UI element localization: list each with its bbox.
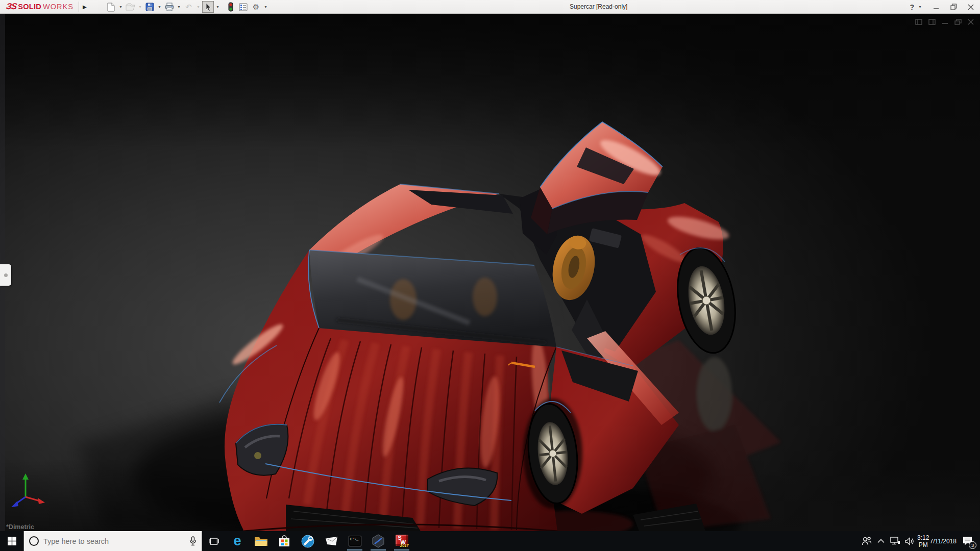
search-input[interactable] [43, 537, 171, 545]
people-button[interactable] [860, 531, 874, 551]
triad-x-axis [38, 498, 45, 504]
window-controls: ? ▾ [910, 0, 975, 14]
wrench-circle-icon [301, 535, 314, 548]
print-dropdown-caret[interactable]: ▾ [176, 5, 182, 9]
new-document-button[interactable] [105, 1, 117, 13]
solidworks-window: ЗS SOLID WORKS ▶ ▾ ▾ [0, 0, 980, 551]
rebuild-stoplight-button[interactable] [225, 1, 236, 13]
store-icon [278, 535, 290, 547]
people-icon [862, 537, 872, 545]
doc-minimize-button[interactable] [942, 19, 948, 25]
options-dropdown-caret[interactable]: ▾ [263, 5, 268, 9]
gear-icon: ⚙ [253, 3, 259, 11]
help-dropdown-caret[interactable]: ▾ [917, 5, 923, 9]
taskbar-app-edge[interactable]: e [226, 531, 249, 551]
chevron-up-icon [877, 539, 885, 543]
taskbar-app-file-explorer[interactable] [249, 531, 273, 551]
undo-dropdown-caret: ▾ [195, 5, 201, 9]
title-bar: ЗS SOLID WORKS ▶ ▾ ▾ [0, 0, 980, 14]
restore-button[interactable] [949, 3, 958, 11]
save-floppy-icon [145, 3, 154, 11]
speaker-icon [905, 537, 915, 545]
triad-z-axis [11, 501, 18, 507]
doc-close-button[interactable] [968, 19, 974, 25]
taskbar-app-terminal[interactable]: C:\_ [343, 531, 366, 551]
options-gear-button[interactable]: ⚙ [250, 1, 262, 13]
display-settings-icon [239, 3, 248, 11]
triad-y-axis [22, 473, 29, 480]
task-view-button[interactable] [202, 531, 226, 551]
close-icon [968, 4, 974, 10]
brand-works: WORKS [43, 3, 74, 11]
clock[interactable]: 3:12 PM 7/11/2018 [917, 531, 957, 551]
document-window-controls [915, 19, 974, 25]
select-button[interactable] [202, 1, 214, 13]
edge-icon: e [233, 534, 241, 548]
car-front-wheel[interactable] [523, 398, 582, 509]
hexagon-app-icon [372, 534, 385, 548]
panel-right-button[interactable] [928, 19, 936, 25]
undo-arrow-icon: ↶ [185, 3, 192, 11]
notification-badge: 3 [969, 541, 976, 549]
system-tray: 3:12 PM 7/11/2018 3 [860, 531, 980, 551]
select-dropdown-caret[interactable]: ▾ [215, 5, 220, 9]
windows-taskbar: e [0, 531, 980, 551]
new-document-icon [107, 3, 115, 12]
tray-overflow-button[interactable] [874, 531, 888, 551]
view-orientation-label: *Dimetric [6, 523, 34, 531]
stoplight-icon [228, 2, 233, 12]
volume-button[interactable] [902, 531, 917, 551]
start-button[interactable] [0, 531, 23, 551]
network-button[interactable] [888, 531, 902, 551]
taskbar-app-hexagon[interactable] [366, 531, 390, 551]
close-button[interactable] [967, 3, 975, 11]
cortana-icon [29, 536, 39, 546]
terminal-icon: C:\_ [349, 536, 361, 546]
brand-solid: SOLID [18, 3, 41, 11]
taskbar-app-solidworks[interactable]: S W 2017 [390, 531, 413, 551]
solidworks-2017-icon: S W 2017 [396, 535, 408, 548]
minimize-button[interactable] [932, 3, 940, 11]
help-button[interactable]: ? [910, 3, 914, 11]
print-button[interactable] [163, 1, 175, 13]
action-center-button[interactable]: 3 [957, 531, 978, 551]
featuremanager-flyout-tab[interactable] [0, 264, 11, 286]
running-indicator [394, 549, 409, 550]
undo-button: ↶ [183, 1, 194, 13]
open-folder-icon [126, 3, 135, 11]
mail-icon [325, 536, 338, 546]
file-explorer-icon [254, 536, 268, 546]
taskbar-search[interactable] [23, 531, 202, 551]
taskbar-app-mail[interactable] [320, 531, 343, 551]
flyout-tab-dot-icon [4, 273, 8, 277]
display-settings-button[interactable] [237, 1, 249, 13]
microphone-icon[interactable] [189, 536, 197, 546]
ds-logo-icon: ЗS [6, 2, 17, 12]
open-dropdown-caret: ▾ [137, 5, 143, 9]
running-indicator [347, 549, 362, 550]
menu-expand-arrow-icon[interactable]: ▶ [79, 0, 90, 14]
doc-restore-button[interactable] [954, 19, 962, 25]
task-view-icon [209, 537, 219, 545]
reference-triad [8, 472, 48, 510]
graphics-viewport[interactable]: *Dimetric [0, 14, 980, 531]
tray-time: 3:12 PM [917, 534, 930, 548]
panel-left-button[interactable] [915, 19, 922, 25]
tray-date: 7/11/2018 [930, 538, 957, 545]
window-title: Supercar [Read-only] [570, 0, 627, 14]
save-button[interactable] [144, 1, 156, 13]
print-icon [165, 3, 174, 11]
windows-logo-icon [8, 537, 16, 545]
taskbar-app-tool[interactable] [296, 531, 320, 551]
quick-toolbar: ▾ ▾ ▾ [105, 0, 268, 14]
3d-model-supercar[interactable] [0, 14, 980, 531]
open-button[interactable] [125, 1, 136, 13]
ethernet-icon [890, 537, 900, 545]
new-dropdown-caret[interactable]: ▾ [118, 5, 124, 9]
save-dropdown-caret[interactable]: ▾ [157, 5, 162, 9]
select-cursor-icon [205, 3, 212, 11]
running-indicator [371, 549, 386, 550]
taskbar-app-store[interactable] [273, 531, 296, 551]
minimize-icon [933, 4, 939, 10]
restore-icon [950, 4, 957, 10]
